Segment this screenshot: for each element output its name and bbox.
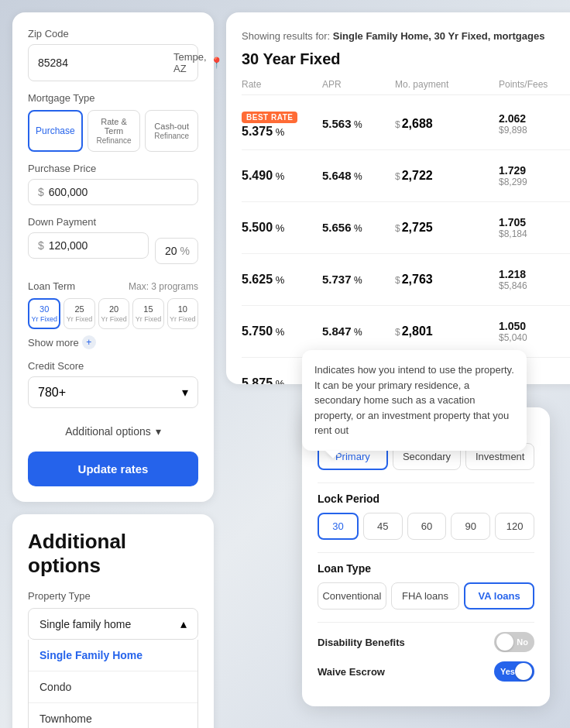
rate-cell-5: 5.750 % [242, 325, 319, 338]
rate-cell-3: 5.500 % [242, 221, 319, 235]
left-card: Zip Code Tempe, AZ 📍 Mortgage Type Purch… [12, 12, 214, 502]
payment-cell-1: $2,688 [395, 117, 496, 131]
waive-escrow-label: Waive Escrow [318, 666, 385, 678]
purchase-price-value: 600,000 [49, 186, 88, 198]
mortgage-tab-purchase[interactable]: Purchase [28, 110, 83, 152]
additional-section: Additional options Property Type Single … [12, 514, 214, 728]
location-pin-icon: 📍 [210, 57, 223, 69]
rate-cell-4: 5.625 % [242, 273, 319, 287]
results-title: 30 Year Fixed [242, 50, 341, 68]
zip-location: Tempe, AZ 📍 [173, 51, 223, 74]
waive-escrow-row: Waive Escrow Yes [318, 661, 534, 682]
property-list-item-single-family[interactable]: Single Family Home [29, 640, 197, 671]
max-programs-label: Max: 3 programs [129, 281, 198, 292]
show-more-toggle[interactable]: Show more + [28, 335, 198, 349]
left-panel: Zip Code Tempe, AZ 📍 Mortgage Type Purch… [12, 12, 214, 716]
header-rate: Rate [242, 79, 319, 90]
toggle-knob-waive-escrow [515, 663, 532, 680]
divider-1 [318, 482, 534, 483]
table-row: BEST RATE 5.375 % 5.563 % $2,688 2.062 $… [242, 98, 570, 150]
lock-period-tab-120[interactable]: 120 [495, 513, 534, 540]
header-points: Points/Fees [499, 79, 570, 90]
rate-cell-2: 5.490 % [242, 169, 319, 183]
disability-benefits-label: Disability Benefits [318, 637, 405, 648]
showing-label: Showing results for: [242, 30, 330, 42]
toggle-knob-disability [496, 634, 513, 651]
purchase-price-label: Purchase Price [28, 163, 198, 174]
lock-period-tab-30[interactable]: 30 [318, 513, 359, 540]
divider-2 [318, 552, 534, 553]
zip-code-row: Tempe, AZ 📍 [28, 44, 198, 81]
mortgage-tab-rate-term[interactable]: Rate & TermRefinance [88, 110, 141, 152]
loan-type-tabs: Conventional FHA loans VA loans [318, 582, 534, 610]
property-type-dropdown[interactable]: Single family home ▴ [28, 608, 198, 640]
loan-term-tab-30[interactable]: 30Yr Fixed [28, 298, 60, 329]
loan-type-tab-fha[interactable]: FHA loans [391, 582, 460, 610]
zip-code-label: Zip Code [28, 28, 198, 39]
lock-period-tab-60[interactable]: 60 [407, 513, 447, 540]
loan-term-tab-25[interactable]: 25Yr Fixed [64, 298, 94, 329]
apr-cell-1: 5.563 % [322, 117, 392, 131]
payment-cell-5: $2,801 [395, 325, 496, 338]
dollar-sign-icon: $ [38, 186, 44, 198]
lock-period-tabs: 30 45 60 90 120 [318, 513, 534, 540]
showing-value: Single Family Home, 30 Yr Fixed, mortgag… [333, 30, 545, 42]
disability-benefits-toggle[interactable]: No [494, 632, 534, 652]
points-cell-3: 1.705 $8,184 [499, 216, 570, 239]
purchase-price-input[interactable]: $ 600,000 [28, 179, 198, 205]
property-list-item-condo[interactable]: Condo [29, 671, 197, 702]
table-row: 5.500 % 5.656 % $2,725 1.705 $8,184 View… [242, 202, 570, 254]
lock-period-tab-45[interactable]: 45 [363, 513, 403, 540]
percent-sign-icon: % [180, 245, 190, 257]
loan-term-tab-10[interactable]: 10Yr Fixed [167, 298, 198, 329]
rate-cell-1: BEST RATE 5.375 % [242, 109, 319, 139]
property-type-label: Property Type [28, 590, 198, 602]
tooltip-card: Indicates how you intend to use the prop… [302, 350, 527, 451]
property-type-selected: Single family home [39, 618, 131, 630]
property-type-list: Single Family Home Condo Townhome Manufa… [28, 640, 198, 728]
waive-escrow-toggle[interactable]: Yes [494, 661, 534, 682]
credit-score-select[interactable]: 780+ ▾ [28, 376, 198, 408]
down-payment-input[interactable]: $ 120,000 [28, 232, 149, 259]
apr-cell-4: 5.737 % [322, 273, 392, 287]
lock-period-tab-90[interactable]: 90 [451, 513, 490, 540]
waive-escrow-toggle-text: Yes [500, 667, 515, 676]
percent-value: 20 [165, 245, 177, 257]
show-more-label: Show more [28, 337, 79, 349]
header-payment: Mo. payment [395, 79, 496, 90]
points-cell-5: 1.050 $5,040 [499, 320, 570, 343]
chevron-down-icon-2: ▾ [156, 425, 161, 438]
loan-type-tab-va[interactable]: VA loans [464, 582, 534, 610]
apr-cell-2: 5.648 % [322, 169, 392, 183]
table-row: 5.490 % 5.648 % $2,722 1.729 $8,299 View… [242, 150, 570, 202]
points-cell-2: 1.729 $8,299 [499, 164, 570, 187]
table-header: Rate APR Mo. payment Points/Fees [242, 74, 570, 95]
additional-section-title: Additional options [28, 530, 198, 578]
update-rates-button[interactable]: Update rates [28, 452, 198, 486]
apr-cell-3: 5.656 % [322, 221, 392, 235]
points-cell-1: 2.062 $9,898 [499, 112, 570, 136]
down-payment-dollar-icon: $ [38, 239, 44, 252]
results-title-row: 30 Year Fixed 25 Results [242, 50, 570, 68]
loan-term-tab-15[interactable]: 15Yr Fixed [132, 298, 163, 329]
payment-cell-2: $2,722 [395, 169, 496, 183]
chevron-up-icon: ▴ [180, 616, 187, 631]
table-row: 5.625 % 5.737 % $2,763 1.218 $5,846 View… [242, 254, 570, 306]
mortgage-type-tabs: Purchase Rate & TermRefinance Cash-outRe… [28, 110, 198, 152]
zip-code-input[interactable] [38, 57, 173, 69]
credit-score-label: Credit Score [28, 360, 198, 372]
down-payment-row: $ 120,000 20 % [28, 232, 198, 270]
mortgage-tab-cash-out[interactable]: Cash-outRefinance [145, 110, 198, 152]
property-list-item-townhome[interactable]: Townhome [29, 702, 197, 728]
points-cell-4: 1.218 $5,846 [499, 268, 570, 291]
results-header: Showing results for: Single Family Home,… [242, 25, 570, 47]
results-showing: Showing results for: Single Family Home,… [242, 30, 544, 42]
percent-input[interactable]: 20 % [155, 238, 198, 264]
loan-term-tab-20[interactable]: 20Yr Fixed [98, 298, 129, 329]
loan-type-tab-conventional[interactable]: Conventional [318, 582, 386, 610]
additional-options-toggle[interactable]: Additional options ▾ [28, 419, 198, 444]
down-payment-label: Down Payment [28, 216, 198, 228]
results-card: Showing results for: Single Family Home,… [226, 12, 570, 384]
show-more-icon: + [82, 335, 96, 349]
loan-term-tabs: 30Yr Fixed 25Yr Fixed 20Yr Fixed 15Yr Fi… [28, 298, 198, 329]
